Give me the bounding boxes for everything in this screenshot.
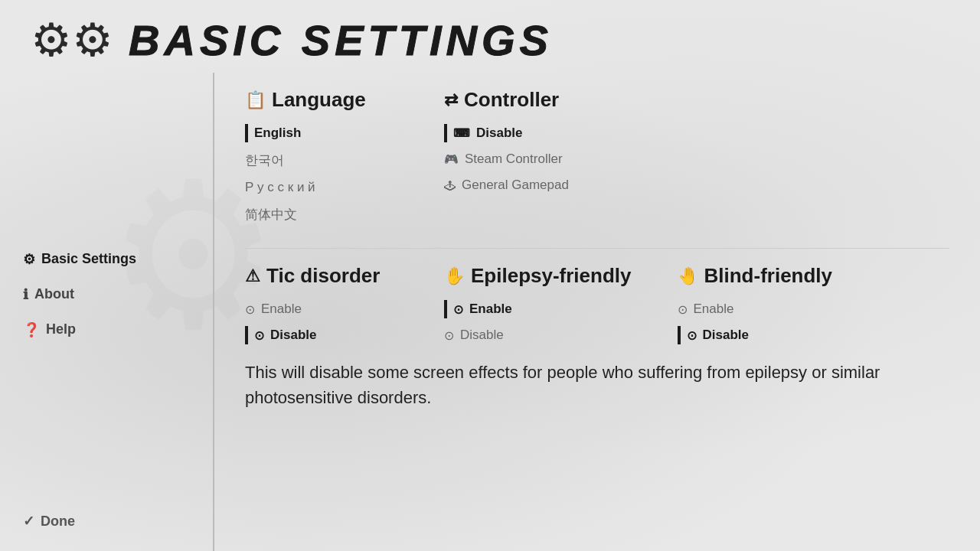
toggle-enabled-icon: ⊙ [453,302,463,317]
controller-option-disable[interactable]: ⌨ Disable [444,124,597,142]
sidebar-item-help[interactable]: ❓ Help [15,315,198,344]
controller-option-gamepad[interactable]: 🕹 General Gamepad [444,176,597,194]
keyboard-icon: ⌨ [453,126,470,140]
epilepsy-option-list: ⊙ Enable ⊙ Disable [444,300,632,344]
content-area: 📋 Language English 한국어 Р у с с к и й 简体中… [214,73,980,551]
tic-option-list: ⊙ Enable ⊙ Disable [245,300,398,344]
controller-option-steam[interactable]: 🎮 Steam Controller [444,150,597,168]
sidebar-help-label: Help [46,321,76,337]
gamepad-icon: 🕹 [444,179,456,192]
toggle-disabled-icon: ⊙ [444,328,454,343]
language-section: 📋 Language English 한국어 Р у с с к и й 简体中… [245,88,398,225]
blind-toggle-off-icon: ⊙ [678,302,688,317]
gear-icon: ⚙ [23,251,35,268]
tic-disorder-section: ⚠ Tic disorder ⊙ Enable ⊙ Disable [245,264,398,344]
settings-row-top: 📋 Language English 한국어 Р у с с к и й 简体中… [245,88,949,225]
raised-hand-icon: 🤚 [678,266,698,286]
hand-icon: ✋ [444,266,465,286]
toggle-on-icon: ⊙ [254,328,264,343]
description-text: This will disable some screen effects fo… [245,360,903,410]
done-button[interactable]: ✓ Done [15,507,198,536]
blind-enable-option[interactable]: ⊙ Enable [678,300,833,318]
section-divider [245,248,949,249]
toggle-off-icon: ⊙ [245,302,255,317]
controller-title: ⇄ Controller [444,88,597,112]
sidebar-about-label: About [34,286,74,302]
blind-toggle-on-icon: ⊙ [687,328,697,343]
epilepsy-title: ✋ Epilepsy-friendly [444,264,632,288]
steam-controller-icon: 🎮 [444,152,459,166]
sidebar-item-basic-settings[interactable]: ⚙ Basic Settings [15,245,198,274]
sidebar-item-about[interactable]: ℹ About [15,280,198,309]
epilepsy-enable-option[interactable]: ⊙ Enable [444,300,632,318]
sidebar-basic-settings-label: Basic Settings [41,251,136,267]
epilepsy-disable-option[interactable]: ⊙ Disable [444,326,632,344]
main-layout: ⚙ Basic Settings ℹ About ❓ Help ✓ Done 📋… [0,73,980,551]
tic-disable-option[interactable]: ⊙ Disable [245,326,398,344]
language-option-korean[interactable]: 한국어 [245,150,398,171]
controller-option-list: ⌨ Disable 🎮 Steam Controller 🕹 General G… [444,124,597,194]
page-title: BASIC SETTINGS [129,15,553,65]
language-option-english[interactable]: English [245,124,398,142]
epilepsy-section: ✋ Epilepsy-friendly ⊙ Enable ⊙ Disable [444,264,632,344]
help-icon: ❓ [23,321,40,338]
header: ⚙⚙ BASIC SETTINGS [0,0,980,73]
blind-disable-option[interactable]: ⊙ Disable [678,326,833,344]
info-icon: ℹ [23,286,28,303]
controller-section: ⇄ Controller ⌨ Disable 🎮 Steam Controlle… [444,88,597,225]
sidebar: ⚙ Basic Settings ℹ About ❓ Help ✓ Done [0,73,214,551]
language-title: 📋 Language [245,88,398,112]
checkmark-icon: ✓ [23,513,34,530]
tic-enable-option[interactable]: ⊙ Enable [245,300,398,318]
blind-option-list: ⊙ Enable ⊙ Disable [678,300,833,344]
warning-icon: ⚠ [245,266,260,286]
tic-disorder-title: ⚠ Tic disorder [245,264,398,288]
controller-icon: ⇄ [444,90,458,110]
done-label: Done [41,514,75,530]
blind-friendly-section: 🤚 Blind-friendly ⊙ Enable ⊙ Disable [678,264,833,344]
accessibility-row: ⚠ Tic disorder ⊙ Enable ⊙ Disable [245,264,949,344]
language-icon: 📋 [245,90,266,110]
language-option-list: English 한국어 Р у с с к и й 简体中文 [245,124,398,225]
language-option-chinese[interactable]: 简体中文 [245,204,398,225]
header-gear-icon: ⚙⚙ [31,18,113,64]
language-option-russian[interactable]: Р у с с к и й [245,178,398,197]
blind-friendly-title: 🤚 Blind-friendly [678,264,833,288]
